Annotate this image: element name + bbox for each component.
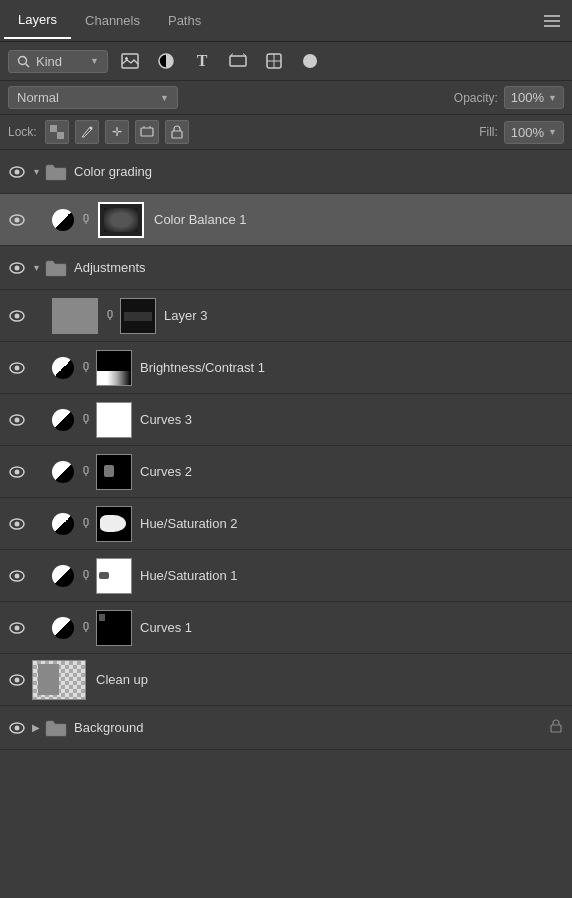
tab-paths[interactable]: Paths (154, 3, 215, 38)
lock-toolbar: Lock: ✛ Fill: (0, 115, 572, 150)
blend-chevron: ▼ (160, 93, 169, 103)
layer-row[interactable]: Color Balance 1 (0, 194, 572, 246)
adjustment-icon (52, 409, 74, 431)
visibility-toggle[interactable] (6, 357, 28, 379)
layer-row[interactable]: Curves 3 (0, 394, 572, 446)
layer-name: Curves 2 (140, 464, 192, 479)
lock-transparent-btn[interactable] (45, 120, 69, 144)
layer-mask-thumbnail (96, 506, 132, 542)
visibility-toggle[interactable] (6, 717, 28, 739)
layer-row[interactable]: Hue/Saturation 2 (0, 498, 572, 550)
layer-mask-thumbnail (96, 350, 132, 386)
visibility-toggle[interactable] (6, 669, 28, 691)
link-icon (78, 620, 94, 636)
kind-label: Kind (36, 54, 62, 69)
tab-layers[interactable]: Layers (4, 2, 71, 39)
layer-row[interactable]: ▾ Adjustments (0, 246, 572, 290)
layer-name: Adjustments (74, 260, 146, 275)
layer-thumbnail (32, 660, 86, 700)
visibility-toggle[interactable] (6, 565, 28, 587)
opacity-value: 100% (511, 90, 544, 105)
svg-point-48 (15, 625, 20, 630)
blend-mode-dropdown[interactable]: Normal ▼ (8, 86, 178, 109)
group-expand-arrow[interactable]: ▾ (28, 260, 44, 276)
visibility-toggle[interactable] (6, 161, 28, 183)
layer-name: Background (74, 720, 143, 735)
layer-row[interactable]: ▾ Color grading (0, 150, 572, 194)
filter-shape-icon[interactable] (224, 47, 252, 75)
filter-toolbar: Kind ▼ T (0, 42, 572, 81)
blend-mode-value: Normal (17, 90, 59, 105)
layer-name: Color grading (74, 164, 152, 179)
search-icon (17, 55, 30, 68)
opacity-chevron: ▼ (548, 93, 557, 103)
svg-rect-5 (230, 56, 246, 66)
filter-text-icon[interactable]: T (188, 47, 216, 75)
layer-row[interactable]: ▶ Background (0, 706, 572, 750)
layer-row[interactable]: Brightness/Contrast 1 (0, 342, 572, 394)
layer-row[interactable]: Curves 2 (0, 446, 572, 498)
svg-point-30 (15, 313, 20, 318)
folder-icon (44, 256, 68, 280)
svg-point-3 (125, 57, 128, 60)
link-icon (102, 308, 118, 324)
visibility-toggle[interactable] (6, 461, 28, 483)
lock-label: Lock: (8, 125, 37, 139)
kind-chevron: ▼ (90, 56, 99, 66)
svg-point-36 (15, 417, 20, 422)
visibility-toggle[interactable] (6, 257, 28, 279)
svg-point-25 (15, 217, 20, 222)
layer-row[interactable]: Hue/Saturation 1 (0, 550, 572, 602)
link-icon (78, 568, 94, 584)
filter-image-icon[interactable] (116, 47, 144, 75)
tab-channels[interactable]: Channels (71, 3, 154, 38)
link-icon (78, 464, 94, 480)
visibility-toggle[interactable] (6, 513, 28, 535)
svg-point-33 (15, 365, 20, 370)
folder-icon (44, 716, 68, 740)
filter-adjustment-icon[interactable] (152, 47, 180, 75)
layer-row[interactable]: Clean up (0, 654, 572, 706)
group-expand-arrow[interactable]: ▾ (28, 164, 44, 180)
lock-icon (550, 719, 562, 736)
fill-chevron: ▼ (548, 127, 557, 137)
filter-circle-icon[interactable] (296, 47, 324, 75)
link-icon (78, 212, 94, 228)
adjustment-icon (52, 565, 74, 587)
svg-line-1 (26, 63, 30, 67)
lock-artboard-btn[interactable] (135, 120, 159, 144)
visibility-toggle[interactable] (6, 209, 28, 231)
layer-row[interactable]: Layer 3 (0, 290, 572, 342)
layer-name: Brightness/Contrast 1 (140, 360, 265, 375)
lock-all-btn[interactable] (165, 120, 189, 144)
layer-thumbnail (98, 202, 144, 238)
svg-rect-18 (141, 128, 153, 136)
svg-rect-21 (172, 131, 182, 138)
svg-text:✛: ✛ (112, 125, 122, 139)
filter-smart-icon[interactable] (260, 47, 288, 75)
group-expand-arrow[interactable]: ▶ (28, 720, 44, 736)
layer-name: Hue/Saturation 1 (140, 568, 238, 583)
lock-position-btn[interactable]: ✛ (105, 120, 129, 144)
lock-image-btn[interactable] (75, 120, 99, 144)
visibility-toggle[interactable] (6, 617, 28, 639)
layer-name: Hue/Saturation 2 (140, 516, 238, 531)
panel-menu-icon[interactable] (536, 7, 568, 35)
visibility-toggle[interactable] (6, 305, 28, 327)
visibility-toggle[interactable] (6, 409, 28, 431)
fill-input[interactable]: 100% ▼ (504, 121, 564, 144)
layer-mask-thumbnail (96, 610, 132, 646)
svg-point-39 (15, 469, 20, 474)
layer-name: Curves 1 (140, 620, 192, 635)
layer-thumbnail (52, 298, 98, 334)
opacity-group: Opacity: 100% ▼ (454, 86, 564, 109)
opacity-input[interactable]: 100% ▼ (504, 86, 564, 109)
svg-point-23 (15, 169, 20, 174)
svg-rect-14 (57, 125, 64, 132)
link-icon (78, 360, 94, 376)
layer-row[interactable]: Curves 1 (0, 602, 572, 654)
folder-icon (44, 160, 68, 184)
kind-dropdown[interactable]: Kind ▼ (8, 50, 108, 73)
layer-mask-thumbnail (96, 558, 132, 594)
svg-rect-12 (50, 125, 57, 132)
